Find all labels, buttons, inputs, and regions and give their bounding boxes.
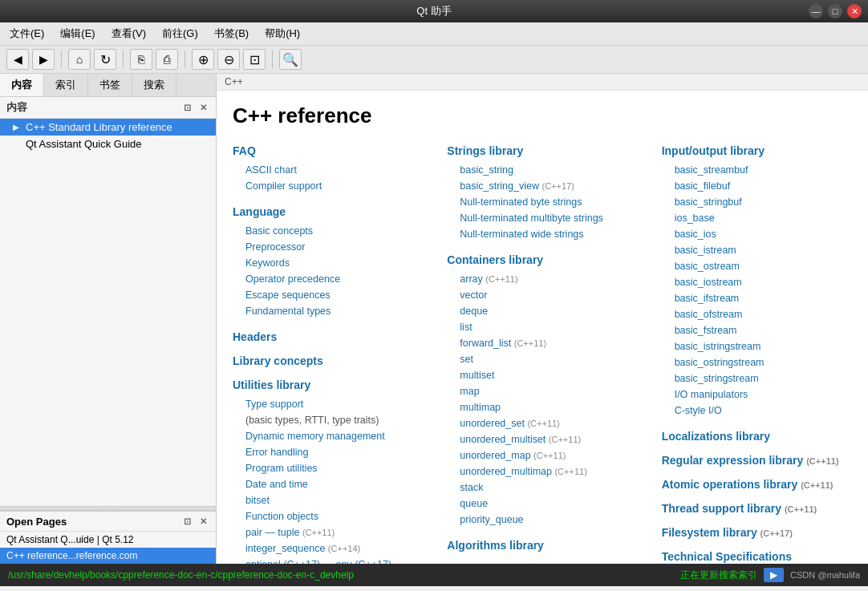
link-type-support[interactable]: Type support — [233, 396, 423, 412]
section-faq[interactable]: FAQ — [233, 144, 423, 157]
link-basic-ofstream[interactable]: basic_ofstream — [662, 306, 852, 322]
link-integer-sequence[interactable]: integer_sequence (C++14) — [233, 540, 423, 557]
reload-button[interactable]: ↻ — [94, 49, 116, 70]
link-keywords[interactable]: Keywords — [233, 255, 423, 271]
zoom-in-button[interactable]: ⊕ — [192, 49, 214, 70]
link-function-objects[interactable]: Function objects — [233, 508, 423, 524]
tab-content[interactable]: 内容 — [0, 74, 44, 96]
link-optional-any[interactable]: optional (C++17) — any (C++17) — [233, 557, 423, 564]
copy-button[interactable]: ⎘ — [130, 49, 152, 70]
sidebar-sync-icon[interactable]: ⊡ — [180, 101, 193, 114]
link-pair-tuple[interactable]: pair — tuple (C++11) — [233, 524, 423, 540]
link-unordered-set[interactable]: unordered_set (C++11) — [447, 415, 637, 431]
link-basic-string-view[interactable]: basic_string_view (C++17) — [447, 178, 637, 194]
link-null-terminated-wide[interactable]: Null-terminated wide strings — [447, 226, 637, 242]
back-button[interactable]: ◀ — [6, 49, 29, 70]
open-page-cpp-ref[interactable]: C++ reference...reference.com — [0, 548, 216, 564]
link-unordered-multimap[interactable]: unordered_multimap (C++11) — [447, 463, 637, 480]
link-error-handling[interactable]: Error handling — [233, 444, 423, 460]
close-button[interactable]: ✕ — [847, 4, 862, 18]
section-algorithms[interactable]: Algorithms library — [447, 539, 637, 552]
sidebar-close-icon[interactable]: ✕ — [197, 101, 209, 114]
link-escape-sequences[interactable]: Escape sequences — [233, 287, 423, 303]
link-multiset[interactable]: multiset — [447, 367, 637, 383]
open-pages-sync-icon[interactable]: ⊡ — [180, 515, 193, 528]
print-button[interactable]: ⎙ — [156, 49, 178, 70]
link-stack[interactable]: stack — [447, 480, 637, 496]
menu-file[interactable]: 文件(E) — [6, 25, 47, 43]
link-deque[interactable]: deque — [447, 303, 637, 319]
link-io-manipulators[interactable]: I/O manipulators — [662, 387, 852, 403]
link-basic-ostringstream[interactable]: basic_ostringstream — [662, 354, 852, 370]
tab-index[interactable]: 索引 — [44, 74, 88, 96]
tab-bookmarks[interactable]: 书签 — [88, 74, 132, 96]
link-list[interactable]: list — [447, 319, 637, 335]
link-basic-filebuf[interactable]: basic_filebuf — [662, 178, 852, 194]
section-library-concepts[interactable]: Library concepts — [233, 354, 423, 367]
section-language[interactable]: Language — [233, 205, 423, 218]
update-button[interactable]: ▶ — [764, 568, 784, 582]
link-basic-ifstream[interactable]: basic_ifstream — [662, 290, 852, 306]
section-utilities[interactable]: Utilities library — [233, 378, 423, 391]
section-strings[interactable]: Strings library — [447, 144, 637, 157]
link-basic-istream[interactable]: basic_istream — [662, 242, 852, 258]
link-c-style-io[interactable]: C-style I/O — [662, 403, 852, 419]
link-basic-ios[interactable]: basic_ios — [662, 226, 852, 242]
menu-view[interactable]: 查看(V) — [108, 25, 149, 43]
link-preprocessor[interactable]: Preprocessor — [233, 239, 423, 255]
section-atomic[interactable]: Atomic operations library (C++11) — [662, 478, 852, 491]
link-bitset[interactable]: bitset — [233, 492, 423, 508]
open-pages-close-icon[interactable]: ✕ — [197, 515, 209, 528]
link-array[interactable]: array (C++11) — [447, 271, 637, 287]
link-basic-concepts[interactable]: Basic concepts — [233, 223, 423, 239]
link-basic-streambuf[interactable]: basic_streambuf — [662, 162, 852, 178]
link-null-terminated-multibyte[interactable]: Null-terminated multibyte strings — [447, 210, 637, 226]
section-localizations[interactable]: Localizations library — [662, 430, 852, 443]
link-null-terminated-byte[interactable]: Null-terminated byte strings — [447, 194, 637, 210]
link-basic-string[interactable]: basic_string — [447, 162, 637, 178]
section-regex[interactable]: Regular expression library (C++11) — [662, 454, 852, 467]
section-iterators[interactable]: Iterators library — [447, 563, 637, 564]
link-basic-istringstream[interactable]: basic_istringstream — [662, 338, 852, 354]
link-fundamental-types[interactable]: Fundamental types — [233, 303, 423, 319]
link-unordered-map[interactable]: unordered_map (C++11) — [447, 447, 637, 463]
link-set[interactable]: set — [447, 351, 637, 367]
link-basic-iostream[interactable]: basic_iostream — [662, 274, 852, 290]
forward-button[interactable]: ▶ — [32, 49, 55, 70]
link-date-time[interactable]: Date and time — [233, 476, 423, 492]
link-dynamic-memory[interactable]: Dynamic memory management — [233, 428, 423, 444]
link-compiler-support[interactable]: Compiler support — [233, 178, 423, 194]
menu-help[interactable]: 帮助(H) — [262, 25, 303, 43]
link-priority-queue[interactable]: priority_queue — [447, 512, 637, 528]
link-operator-precedence[interactable]: Operator precedence — [233, 271, 423, 287]
link-forward-list[interactable]: forward_list (C++11) — [447, 335, 637, 351]
link-ios-base[interactable]: ios_base — [662, 210, 852, 226]
link-unordered-multiset[interactable]: unordered_multiset (C++11) — [447, 431, 637, 447]
section-filesystem[interactable]: Filesystem library (C++17) — [662, 526, 852, 539]
link-basic-stringstream[interactable]: basic_stringstream — [662, 370, 852, 387]
link-vector[interactable]: vector — [447, 287, 637, 303]
link-multimap[interactable]: multimap — [447, 399, 637, 415]
maximize-button[interactable]: □ — [828, 4, 842, 18]
tree-item-cpp-stdlib[interactable]: ▶ C++ Standard Library reference — [0, 119, 216, 136]
link-map[interactable]: map — [447, 383, 637, 399]
tree-item-qt-guide[interactable]: Qt Assistant Quick Guide — [0, 136, 216, 152]
link-basic-fstream[interactable]: basic_fstream — [662, 322, 852, 338]
link-basic-ostream[interactable]: basic_ostream — [662, 258, 852, 274]
link-program-utilities[interactable]: Program utilities — [233, 460, 423, 476]
section-headers[interactable]: Headers — [233, 330, 423, 343]
home-button[interactable]: ⌂ — [68, 49, 91, 70]
link-ascii-chart[interactable]: ASCII chart — [233, 162, 423, 178]
search-button[interactable]: 🔍 — [279, 49, 302, 70]
menu-go[interactable]: 前往(G) — [159, 25, 201, 43]
link-queue[interactable]: queue — [447, 496, 637, 512]
open-page-qt-guide[interactable]: Qt Assistant Q...uide | Qt 5.12 — [0, 532, 216, 548]
tab-search[interactable]: 搜索 — [132, 74, 176, 96]
section-containers[interactable]: Containers library — [447, 253, 637, 266]
menu-edit[interactable]: 编辑(E) — [57, 25, 98, 43]
section-io[interactable]: Input/output library — [662, 144, 852, 157]
font-button[interactable]: ⊡ — [243, 49, 266, 70]
menu-bookmarks[interactable]: 书签(B) — [211, 25, 252, 43]
link-basic-stringbuf[interactable]: basic_stringbuf — [662, 194, 852, 210]
minimize-button[interactable]: — — [809, 4, 823, 18]
